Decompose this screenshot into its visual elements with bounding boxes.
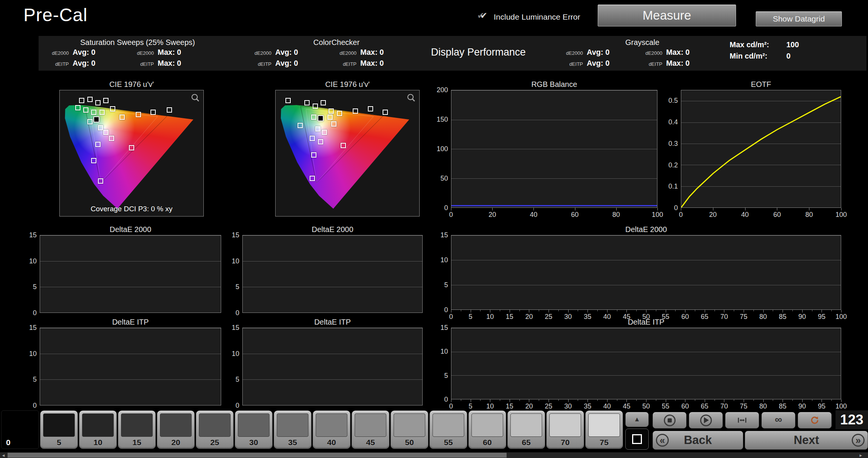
stop-icon [664, 415, 676, 426]
x-tick-label: 10 [486, 402, 494, 410]
y-tick-label: 0.3 [668, 139, 678, 147]
deitp-chart-colorchecker: DeltaE ITP 151050 [226, 318, 423, 405]
magnifier-icon[interactable] [407, 93, 416, 102]
include-luminance-checkbox[interactable]: ✔ ✔ Include Luminance Error [477, 12, 580, 22]
magnifier-icon[interactable] [191, 93, 200, 102]
plot-area [242, 328, 423, 405]
patch-swatch [199, 413, 231, 437]
x-tick-label: 35 [584, 402, 591, 410]
plot-area [451, 235, 841, 310]
play-button[interactable] [689, 412, 723, 429]
patch-swatch [277, 413, 308, 437]
y-tick-label: 15 [440, 231, 448, 239]
y-tick-label: 10 [232, 350, 239, 357]
y-tick-label: 0 [236, 402, 239, 410]
patch-button-75[interactable]: 75 [585, 410, 623, 449]
patch-swatch [355, 413, 386, 437]
measurement-marker [98, 178, 103, 184]
patch-button-55[interactable]: 55 [429, 410, 467, 449]
back-chevron-icon: « [656, 434, 669, 447]
stat-deitp-max: dEITPMax: 0 [132, 59, 217, 69]
patch-button-10[interactable]: 10 [79, 410, 117, 449]
patch-button-45[interactable]: 45 [352, 410, 389, 449]
patch-up-button[interactable]: ▲ [625, 412, 649, 427]
patch-button-25[interactable]: 25 [196, 410, 234, 449]
patch-swatch [588, 413, 620, 437]
chart-title: DeltaE ITP [242, 318, 423, 328]
chart-title: CIE 1976 u'v' [275, 80, 420, 90]
continuous-loop-button[interactable]: ∞ [761, 412, 795, 429]
measurement-marker [368, 106, 373, 111]
x-tick-label: 55 [662, 402, 670, 410]
measurement-marker [331, 121, 336, 127]
stop-button[interactable] [653, 412, 687, 429]
back-button[interactable]: « Back [653, 431, 743, 450]
stat-de2000-max: dE2000Max: 0 [640, 48, 720, 58]
patch-button-35[interactable]: 35 [274, 410, 312, 449]
de2000-chart-grayscale: DeltaE 2000 151050 051015202530354045505… [434, 225, 841, 323]
chart-title: DeltaE 2000 [40, 225, 221, 235]
next-button[interactable]: Next » [745, 431, 868, 450]
selected-measurement-marker [93, 116, 99, 122]
max-luminance: Max cd/m²:100 [730, 40, 799, 52]
measurement-marker [298, 123, 303, 128]
x-tick-label: 40 [603, 402, 611, 410]
y-tick-label: 5 [444, 371, 448, 379]
section-title: Saturation Sweeps (25% Sweeps) [47, 38, 228, 47]
patch-swatch [238, 413, 270, 437]
y-tick-label: 5 [33, 283, 37, 291]
measurement-marker [95, 142, 101, 147]
de2000-chart-colorchecker: DeltaE 2000 151050 [226, 225, 423, 313]
gamut-triangles [280, 93, 415, 212]
patch-swatch [316, 413, 347, 437]
x-tick-label: 80 [612, 211, 620, 219]
measure-button[interactable]: Measure [598, 5, 736, 26]
patch-button-50[interactable]: 50 [391, 410, 428, 449]
patch-button-70[interactable]: 70 [546, 410, 584, 449]
scrollbar-thumb[interactable] [8, 453, 507, 458]
x-tick-label: 30 [564, 402, 572, 410]
rgb-balance-chart: RGB Balance 200150100500 020406080100 [434, 80, 657, 221]
plot-area [451, 90, 657, 208]
show-datagrid-button[interactable]: Show Datagrid [756, 11, 842, 26]
measure-window-button[interactable] [725, 412, 759, 429]
patch-button-60[interactable]: 60 [468, 410, 506, 449]
patch-button-30[interactable]: 30 [235, 410, 273, 449]
measurement-marker [83, 107, 88, 113]
horizontal-scrollbar[interactable]: ◄ ► [0, 452, 868, 458]
section-title: ColorChecker [250, 38, 423, 47]
refresh-button[interactable] [798, 412, 832, 429]
patch-swatch [471, 413, 503, 437]
x-tick-label: 70 [720, 402, 728, 410]
measurement-marker [91, 110, 96, 115]
y-tick-label: 10 [440, 256, 448, 264]
patch-button-40[interactable]: 40 [313, 410, 350, 449]
patch-button-0[interactable]: 0 [1, 410, 39, 449]
x-tick-label: 65 [701, 402, 708, 410]
y-tick-label: 150 [437, 116, 448, 124]
current-patch-button[interactable] [625, 429, 649, 450]
y-tick-label: 5 [236, 283, 239, 291]
x-tick-label: 60 [773, 211, 781, 219]
scroll-left-arrow[interactable]: ◄ [0, 452, 7, 458]
scroll-right-arrow[interactable]: ► [857, 452, 864, 458]
cie-plot-area [275, 90, 420, 217]
patch-button-15[interactable]: 15 [118, 410, 156, 449]
patch-button-20[interactable]: 20 [157, 410, 195, 449]
patch-button-65[interactable]: 65 [507, 410, 545, 449]
patch-swatch [432, 413, 464, 437]
patch-label: 35 [274, 438, 311, 447]
page-title: Pre-Cal [23, 5, 88, 25]
patch-label: 25 [196, 438, 233, 447]
y-tick-label: 0.4 [668, 118, 678, 126]
y-tick-label: 0 [444, 396, 448, 404]
measurement-marker [103, 98, 108, 103]
patch-button-5[interactable]: 5 [40, 410, 78, 449]
measurement-marker [321, 100, 326, 105]
y-tick-label: 15 [29, 324, 37, 332]
x-tick-label: 100 [835, 402, 847, 410]
measurement-marker [150, 110, 156, 115]
measurement-marker [103, 130, 108, 135]
stat-deitp-max: dEITPMax: 0 [335, 59, 420, 69]
patch-label: 20 [157, 438, 194, 447]
